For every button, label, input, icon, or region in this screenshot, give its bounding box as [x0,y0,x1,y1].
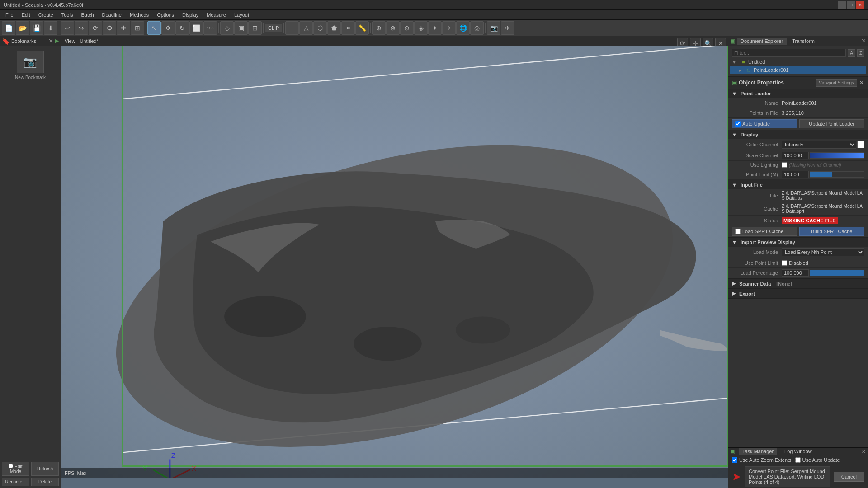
tool-extra4[interactable]: ◈ [414,21,428,35]
export-header[interactable]: ▶ Export [728,289,868,298]
tool-contour[interactable]: ≈ [341,21,355,35]
menu-edit[interactable]: Edit [18,11,34,19]
tool-extra2[interactable]: ⊗ [386,21,400,35]
load-sprt-cache-btn[interactable]: Load SPRT Cache [732,227,797,236]
filter-btn-a[interactable]: A [848,49,855,57]
viewport-settings-btn[interactable]: Viewport Settings [816,79,857,87]
tool-sphere[interactable]: ◎ [470,21,484,35]
auto-zoom-checkbox[interactable] [732,457,737,463]
close-btn[interactable]: ✕ [856,1,864,9]
new-bookmark-item[interactable]: 📷 New Bookmark [0,46,61,84]
import-preview-header[interactable]: ▼ Import Preview Display [728,238,868,247]
tool-flight[interactable]: ✈ [501,21,514,35]
transform-tab[interactable]: Transform [792,38,815,44]
tool-settings[interactable]: ⚙ [103,21,116,35]
tool-box[interactable]: ▣ [234,21,248,35]
tool-camera[interactable]: 📷 [487,21,500,35]
auto-update-bottom-checkbox[interactable] [795,457,801,463]
tool-terrain[interactable]: ⬡ [313,21,327,35]
auto-update-checkbox[interactable] [735,121,741,127]
use-lighting-checkbox[interactable] [782,162,787,168]
filter-input[interactable] [732,49,846,57]
tab-log-window[interactable]: Log Window [781,448,816,455]
menu-batch[interactable]: Batch [77,11,97,19]
use-point-limit-checkbox[interactable] [782,260,787,266]
menu-display[interactable]: Display [179,11,202,19]
load-mode-select[interactable]: Load Every Nth Point Load Every Point Lo… [782,248,864,256]
tool-frame[interactable]: ⬜ [189,21,203,35]
toolbar-sep-2 [146,23,146,33]
tool-extra3[interactable]: ⊙ [400,21,414,35]
edit-mode-checkbox[interactable] [9,464,13,468]
menu-methods[interactable]: Methods [126,11,152,19]
load-percentage-input[interactable] [782,269,809,277]
window-controls: ─ □ ✕ [838,1,864,9]
tool-plus[interactable]: ✚ [117,21,130,35]
bottom-panel-close[interactable]: ✕ [861,448,866,455]
viewport-canvas[interactable]: X Y Z FPS: Max [61,46,728,478]
auto-update-btn[interactable]: Auto Update [732,119,797,128]
tool-extra5[interactable]: ✦ [428,21,442,35]
cancel-task-btn[interactable]: Cancel [834,472,864,482]
clip-button[interactable]: CLIP [265,24,282,32]
refresh-btn[interactable]: Refresh [31,462,59,476]
bookmarks-close[interactable]: ✕ [48,38,53,44]
tool-triangle[interactable]: △ [299,21,313,35]
menu-file[interactable]: File [2,11,17,19]
menu-options[interactable]: Options [153,11,178,19]
filter-btn-z[interactable]: Z [857,49,864,57]
panel-close-btn[interactable]: ✕ [861,38,866,44]
rename-btn[interactable]: Rename... [2,478,29,486]
tool-snap[interactable]: ◇ [220,21,234,35]
tool-point1[interactable]: ⁘ [285,21,299,35]
tool-new[interactable]: 📄 [2,21,15,35]
point-limit-bar [810,171,864,178]
menu-tools[interactable]: Tools [58,11,77,19]
tool-open[interactable]: 📂 [16,21,29,35]
tool-surface[interactable]: ⬟ [327,21,341,35]
color-swatch[interactable] [857,141,864,148]
edit-mode-btn[interactable]: Edit Mode [2,462,29,476]
tool-extra1[interactable]: ⊕ [372,21,386,35]
tool-redo[interactable]: ↪ [75,21,88,35]
menu-layout[interactable]: Layout [231,11,253,19]
update-point-loader-btn[interactable]: Update Point Loader [799,119,865,128]
new-bookmark-label: New Bookmark [15,75,46,80]
tab-task-manager[interactable]: Task Manager [739,448,777,455]
tool-undo[interactable]: ↩ [61,21,74,35]
menu-create[interactable]: Create [35,11,57,19]
minimize-btn[interactable]: ─ [838,1,846,9]
tool-extra6[interactable]: ✧ [442,21,456,35]
tool-measure[interactable]: 📏 [355,21,369,35]
section-arrow-loader: ▼ [732,91,737,96]
tool-grid2[interactable]: ⊟ [248,21,262,35]
tree-child[interactable]: ▸ ⬡ PointLoader001 [730,66,866,74]
tool-globe[interactable]: 🌐 [456,21,470,35]
tab-document-explorer[interactable]: Document Explorer [737,38,787,45]
obj-props-close[interactable]: ✕ [859,79,864,86]
load-sprt-cache-checkbox[interactable] [735,229,741,234]
tool-grid[interactable]: ⊞ [131,21,144,35]
tool-save[interactable]: 💾 [30,21,43,35]
menu-measure[interactable]: Measure [203,11,230,19]
tool-move[interactable]: ✥ [161,21,175,35]
load-percentage-bar [810,270,864,276]
tool-import[interactable]: ⬇ [44,21,57,35]
maximize-btn[interactable]: □ [847,1,855,9]
delete-btn[interactable]: Delete [31,478,59,486]
auto-zoom-label: Use Auto Zoom Extents [739,457,792,463]
display-header[interactable]: ▼ Display [728,130,868,139]
menu-deadline[interactable]: Deadline [99,11,125,19]
build-sprt-cache-btn[interactable]: Build SPRT Cache [799,227,865,236]
point-loader-header[interactable]: ▼ Point Loader [728,89,868,98]
tool-123[interactable]: 123 [203,21,217,35]
scale-channel-input[interactable] [782,152,809,159]
color-channel-select[interactable]: Intensity RGB Classification Elevation [782,141,856,149]
tree-root[interactable]: ▼ ■ Untitled [730,58,866,66]
tool-select[interactable]: ↖ [147,21,161,35]
input-file-header[interactable]: ▼ Input File [728,180,868,189]
tool-rotate[interactable]: ↻ [175,21,189,35]
tool-refresh[interactable]: ⟳ [89,21,102,35]
scanner-data-header[interactable]: ▶ Scanner Data [None] [728,279,868,288]
point-limit-input[interactable] [782,171,809,178]
